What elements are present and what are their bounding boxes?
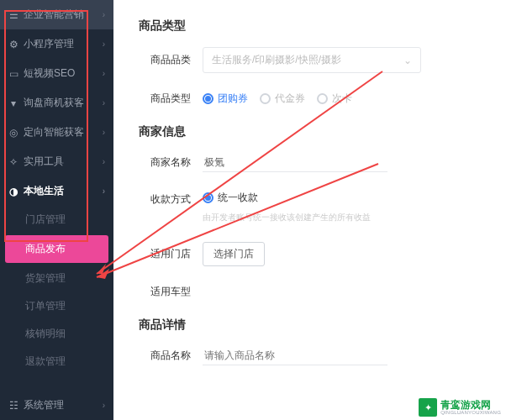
sub-order-mgmt[interactable]: 订单管理 (0, 292, 113, 320)
section-merchant-info: 商家信息 (139, 124, 481, 139)
sidebar: ☰企业智能营销 › ⚙小程序管理 › ▭短视频SEO › ▾询盘商机获客 › ◎… (0, 0, 113, 420)
radio-dot-icon (317, 93, 328, 104)
watermark-icon: ✦ (419, 398, 437, 417)
sub-writeoff-detail[interactable]: 核销明细 (0, 320, 113, 348)
sidebar-item-tools[interactable]: ✧实用工具 › (0, 147, 113, 176)
funnel-icon: ▾ (8, 98, 18, 108)
row-category: 商品品类 生活服务/印刷摄影/快照/摄影 ⌄ (139, 47, 481, 73)
row-payment: 收款方式 统一收款 由开发者账号统一接收该创建产生的所有收益 (139, 191, 481, 223)
radio-unified-payment[interactable]: 统一收款 (203, 191, 258, 205)
section-product-detail: 商品详情 (139, 318, 481, 333)
radio-card[interactable]: 次卡 (317, 92, 352, 106)
select-store-button[interactable]: 选择门店 (203, 242, 265, 266)
video-icon: ▭ (8, 69, 18, 79)
sub-store-mgmt[interactable]: 门店管理 (0, 206, 113, 234)
target-icon: ◎ (8, 128, 18, 138)
life-icon: ◑ (8, 186, 18, 197)
system-icon: ☷ (8, 401, 18, 411)
section-product-type: 商品类型 (139, 18, 481, 34)
row-merchant-name: 商家名称 (139, 153, 481, 172)
watermark-cn: 青鸾游戏网 (440, 400, 501, 410)
merchant-name-input[interactable] (203, 153, 387, 172)
product-name-input[interactable] (203, 346, 387, 365)
wrench-icon: ✧ (8, 157, 18, 167)
chevron-right-icon: › (103, 128, 105, 137)
watermark-en: QINGLUANYOUXIWANG (440, 410, 501, 415)
radio-voucher[interactable]: 代金券 (260, 92, 305, 106)
sidebar-item-system[interactable]: ☷系统管理 › (0, 391, 113, 420)
sidebar-item-seo[interactable]: ▭短视频SEO › (0, 59, 113, 88)
sub-product-publish[interactable]: 商品发布 (5, 235, 108, 263)
sidebar-item-inquiry[interactable]: ▾询盘商机获客 › (0, 88, 113, 118)
payment-help-text: 由开发者账号统一接收该创建产生的所有收益 (203, 212, 371, 223)
sidebar-item-miniprogram[interactable]: ⚙小程序管理 › (0, 29, 113, 59)
chevron-right-icon: › (103, 401, 105, 410)
gear-icon: ⚙ (8, 39, 18, 50)
sidebar-item-marketing[interactable]: ☰企业智能营销 › (0, 0, 113, 29)
main-form: 商品类型 商品品类 生活服务/印刷摄影/快照/摄影 ⌄ 商品类型 团购券 代金券… (113, 0, 506, 420)
sidebar-item-local-life[interactable]: ◑本地生活 › (0, 176, 113, 206)
row-store: 适用门店 选择门店 (139, 242, 481, 266)
sidebar-item-targeting[interactable]: ◎定向智能获客 › (0, 118, 113, 147)
radio-dot-icon (203, 192, 213, 203)
sub-shelf-mgmt[interactable]: 货架管理 (0, 265, 113, 292)
chevron-right-icon: › (103, 39, 105, 49)
radio-dot-icon (260, 93, 271, 104)
chevron-right-icon: › (103, 98, 105, 108)
chevron-right-icon: › (103, 69, 105, 78)
bars-icon: ☰ (8, 10, 18, 20)
radio-groupon[interactable]: 团购券 (203, 92, 248, 106)
chevron-right-icon: › (103, 10, 105, 19)
chevron-right-icon: › (103, 186, 105, 196)
sub-refund-mgmt[interactable]: 退款管理 (0, 348, 113, 375)
row-goods-type: 商品类型 团购券 代金券 次卡 (139, 92, 481, 106)
category-select[interactable]: 生活服务/印刷摄影/快照/摄影 ⌄ (203, 47, 421, 73)
chevron-right-icon: › (103, 157, 105, 166)
watermark: ✦ 青鸾游戏网 QINGLUANYOUXIWANG (419, 398, 501, 417)
row-car: 适用车型 (139, 285, 481, 299)
radio-dot-icon (203, 93, 213, 104)
chevron-down-icon: ⌄ (403, 55, 412, 66)
row-product-name: 商品名称 (139, 346, 481, 365)
